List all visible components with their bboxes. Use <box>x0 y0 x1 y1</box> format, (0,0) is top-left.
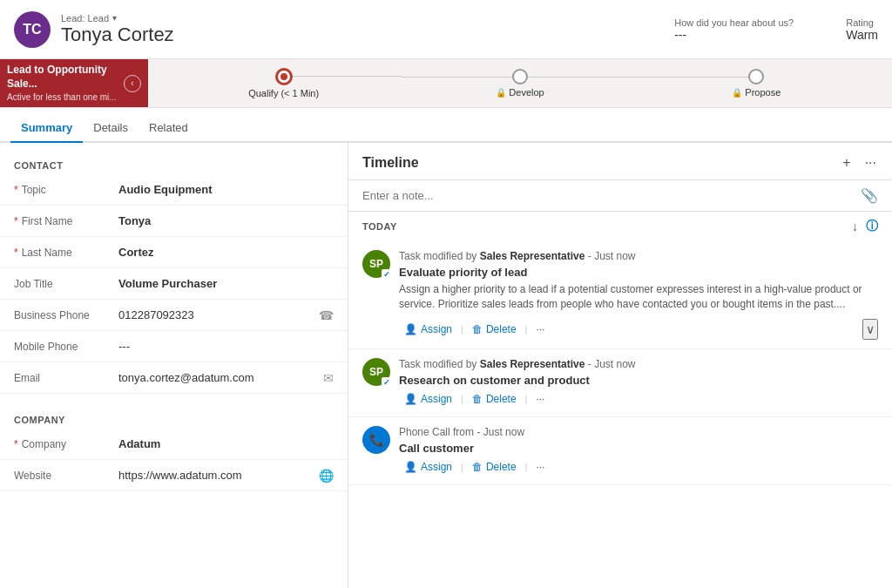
delete-button-2[interactable]: 🗑 Delete <box>467 458 522 476</box>
more-button-2[interactable]: ··· <box>530 458 550 476</box>
timeline-more-button[interactable]: ··· <box>863 153 878 172</box>
timeline-item-0: SP ✓ Task modified by Sales Representati… <box>348 241 892 349</box>
stage-qualify-label: Qualify (< 1 Min) <box>248 88 319 98</box>
field-value-topic[interactable]: Audio Equipment <box>118 183 334 196</box>
expand-button-0[interactable]: ∨ <box>862 319 878 340</box>
attachment-icon[interactable]: 📎 <box>861 187 878 204</box>
assign-icon-0: 👤 <box>404 323 417 335</box>
timeline-item-content-1: Task modified by Sales Representative - … <box>399 358 878 408</box>
timeline-today-label: TODAY ↓ ⓘ <box>348 212 892 241</box>
field-label-businessphone: Business Phone <box>14 309 118 321</box>
field-label-email: Email <box>14 372 118 384</box>
delete-button-1[interactable]: 🗑 Delete <box>467 390 522 408</box>
field-label-jobtitle: Job Title <box>14 278 118 290</box>
timeline-item-2: 📞 Phone Call from - Just now Call custom… <box>348 417 892 485</box>
tabs-bar: Summary Details Related <box>0 108 892 143</box>
timeline-item-title-0: Evaluate priority of lead <box>399 266 878 279</box>
lead-label: Lead: Lead ▾ <box>61 13 674 24</box>
field-label-firstname: *First Name <box>14 215 118 227</box>
field-company: *Company Adatum <box>0 429 348 460</box>
header: TC Lead: Lead ▾ Tonya Cortez How did you… <box>0 0 892 59</box>
field-label-website: Website <box>14 470 118 482</box>
lead-info: Lead: Lead ▾ Tonya Cortez <box>61 13 674 46</box>
contact-name: Tonya Cortez <box>61 24 674 46</box>
timeline-item-actions-2: 👤 Assign | 🗑 Delete | ··· <box>399 458 878 476</box>
stage-bar: Lead to Opportunity Sale... Active for l… <box>0 59 892 108</box>
stages-container: Qualify (< 1 Min) 🔒 Develop 🔒 <box>148 68 892 98</box>
stage-sidebar: Lead to Opportunity Sale... Active for l… <box>0 59 148 107</box>
sort-down-icon[interactable]: ↓ <box>852 220 859 233</box>
field-value-firstname[interactable]: Tonya <box>118 214 334 227</box>
field-value-company[interactable]: Adatum <box>118 437 334 450</box>
info-icon[interactable]: ⓘ <box>866 219 879 234</box>
more-button-0[interactable]: ··· <box>530 321 550 338</box>
field-jobtitle: Job Title Volume Purchaser <box>0 268 348 300</box>
field-topic: *Topic Audio Equipment <box>0 174 348 206</box>
company-section-header: COMPANY <box>0 408 348 429</box>
avatar-sp-1: SP ✓ <box>362 358 390 386</box>
field-value-mobilephone[interactable]: --- <box>118 340 334 353</box>
timeline-item-meta-1: Task modified by Sales Representative - … <box>399 358 878 370</box>
tab-summary[interactable]: Summary <box>10 114 83 143</box>
field-value-jobtitle[interactable]: Volume Purchaser <box>118 277 334 290</box>
email-icon: ✉ <box>323 371 334 385</box>
field-email: Email tonya.cortez@adatum.com ✉ <box>0 362 348 394</box>
task-check-badge-1: ✓ <box>382 377 392 388</box>
timeline-item-title-1: Research on customer and product <box>399 374 878 387</box>
timeline-header: Timeline + ··· <box>348 143 892 180</box>
contact-section-header: CONTACT <box>0 153 348 174</box>
stage-collapse-button[interactable]: ‹ <box>124 75 141 92</box>
delete-button-0[interactable]: 🗑 Delete <box>467 321 522 338</box>
assign-button-0[interactable]: 👤 Assign <box>399 321 457 338</box>
trash-icon-2: 🗑 <box>472 461 483 473</box>
left-panel: CONTACT *Topic Audio Equipment *First Na… <box>0 143 348 588</box>
assign-button-2[interactable]: 👤 Assign <box>399 458 457 476</box>
tab-related[interactable]: Related <box>139 114 199 143</box>
note-input[interactable] <box>362 189 861 202</box>
timeline-actions: + ··· <box>841 153 878 172</box>
timeline-item-actions-1: 👤 Assign | 🗑 Delete | ··· <box>399 390 878 408</box>
field-businessphone: Business Phone 012287092323 ☎ <box>0 300 348 331</box>
trash-icon-1: 🗑 <box>472 393 483 405</box>
assign-button-1[interactable]: 👤 Assign <box>399 390 457 408</box>
stage-develop[interactable]: 🔒 Develop <box>402 69 638 98</box>
stage-qualify[interactable]: Qualify (< 1 Min) <box>166 68 402 98</box>
field-mobilephone: Mobile Phone --- <box>0 331 348 362</box>
globe-icon: 🌐 <box>319 469 334 483</box>
heard-about-field: How did you hear about us? --- <box>674 17 794 42</box>
field-value-email[interactable]: tonya.cortez@adatum.com <box>118 371 316 384</box>
avatar-phone-0: 📞 <box>362 426 390 454</box>
field-label-mobilephone: Mobile Phone <box>14 341 118 353</box>
timeline-item-desc-0: Assign a higher priority to a lead if a … <box>399 282 878 312</box>
more-button-1[interactable]: ··· <box>530 390 550 408</box>
field-value-businessphone[interactable]: 012287092323 <box>118 308 312 321</box>
timeline-item-meta-0: Task modified by Sales Representative - … <box>399 250 878 262</box>
rating-field: Rating Warm <box>846 17 878 42</box>
task-check-badge-0: ✓ <box>382 269 392 280</box>
right-panel: Timeline + ··· 📎 TODAY ↓ ⓘ SP ✓ <box>348 143 892 588</box>
avatar-sp-0: SP ✓ <box>362 250 390 278</box>
tab-details[interactable]: Details <box>83 114 139 143</box>
timeline-item-actions-0: 👤 Assign | 🗑 Delete | ··· ∨ <box>399 319 878 340</box>
assign-icon-2: 👤 <box>404 461 417 473</box>
timeline-title: Timeline <box>362 155 841 171</box>
phone-icon: ☎ <box>319 308 334 322</box>
note-input-area: 📎 <box>348 180 892 212</box>
stage-sidebar-text: Lead to Opportunity Sale... Active for l… <box>7 64 120 102</box>
field-website: Website https://www.adatum.com 🌐 <box>0 460 348 491</box>
assign-icon-1: 👤 <box>404 393 417 405</box>
timeline-item-meta-2: Phone Call from - Just now <box>399 426 878 438</box>
field-value-website[interactable]: https://www.adatum.com <box>118 469 312 482</box>
field-label-lastname: *Last Name <box>14 247 118 259</box>
stage-propose-label: 🔒 Propose <box>732 87 780 98</box>
field-label-company: *Company <box>14 438 118 450</box>
stage-propose[interactable]: 🔒 Propose <box>639 69 875 98</box>
trash-icon-0: 🗑 <box>472 323 483 335</box>
header-extra-fields: How did you hear about us? --- Rating Wa… <box>674 17 878 42</box>
avatar: TC <box>14 11 51 48</box>
timeline-add-button[interactable]: + <box>841 153 852 172</box>
chevron-down-icon[interactable]: ▾ <box>112 13 117 23</box>
field-value-lastname[interactable]: Cortez <box>118 246 334 259</box>
main-content: CONTACT *Topic Audio Equipment *First Na… <box>0 143 892 588</box>
timeline-item-1: SP ✓ Task modified by Sales Representati… <box>348 349 892 417</box>
